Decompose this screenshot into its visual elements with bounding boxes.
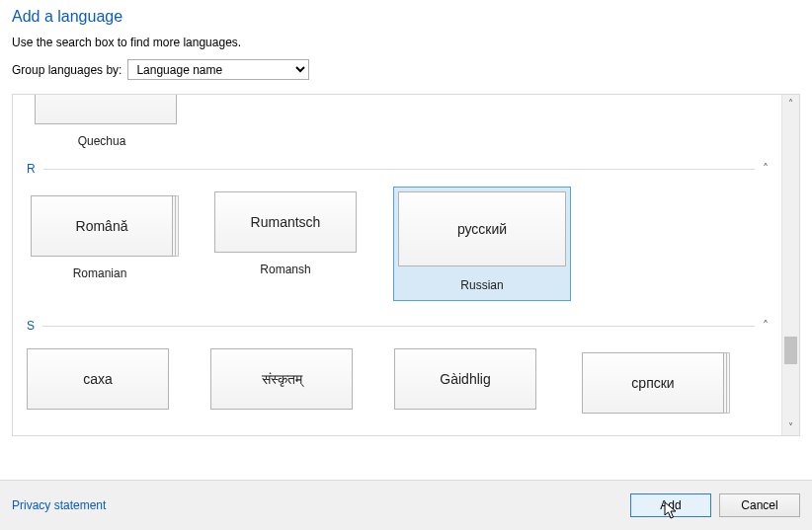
language-native: српски [631, 375, 674, 391]
vertical-scrollbar[interactable]: ˄ ˅ [781, 95, 799, 435]
tiles-row-s: саха संस्कृतम् Gàidhlig српски [27, 337, 769, 417]
language-caption: Romansh [214, 263, 357, 276]
language-native: русский [457, 221, 507, 237]
language-tile-romanian[interactable]: Română Romanian [27, 191, 173, 301]
language-caption: Russian [398, 278, 566, 292]
language-list-pane: Quechua R ˄ Română Romanian [12, 94, 800, 436]
add-button[interactable]: Add [630, 493, 711, 517]
add-language-dialog: Add a language Use the search box to fin… [0, 0, 812, 530]
dialog-footer: Privacy statement Add Cancel [0, 480, 812, 530]
privacy-link[interactable]: Privacy statement [12, 498, 106, 512]
page-title: Add a language [12, 8, 800, 26]
section-letter: R [27, 162, 43, 176]
dialog-header: Add a language Use the search box to fin… [0, 0, 812, 94]
tiles-row-r: Română Romanian Rumantsch Romansh русски… [27, 180, 769, 305]
language-list-container: Quechua R ˄ Română Romanian [12, 94, 800, 436]
section-rule [43, 169, 755, 170]
chevron-up-icon: ˄ [755, 162, 769, 176]
language-native: саха [83, 371, 112, 387]
language-caption: Romanian [27, 266, 173, 280]
language-tile-sakha[interactable]: саха [27, 348, 169, 414]
scrollbar-thumb[interactable] [784, 337, 797, 364]
language-tile-sanskrit[interactable]: संस्कृतम् [210, 348, 353, 414]
scrollbar-track[interactable] [782, 112, 799, 418]
language-tile-russian[interactable]: русский Russian [398, 191, 566, 301]
section-header-s[interactable]: S ˄ [27, 319, 769, 333]
section-rule [42, 326, 755, 327]
group-by-label: Group languages by: [12, 63, 122, 77]
cancel-button[interactable]: Cancel [719, 493, 800, 517]
chevron-down-icon: ˅ [788, 421, 793, 432]
language-tile-romansh[interactable]: Rumantsch Romansh [214, 191, 357, 301]
scroll-down-button[interactable]: ˅ [782, 418, 799, 435]
selection-highlight: русский Russian [393, 187, 571, 301]
chevron-up-icon: ˄ [788, 98, 793, 109]
chevron-up-icon: ˄ [755, 319, 769, 333]
language-caption: Quechua [27, 134, 177, 148]
language-native: संस्कृतम् [262, 371, 302, 388]
language-native: Gàidhlig [440, 371, 490, 387]
language-tile-serbian[interactable]: српски [578, 348, 724, 414]
scroll-up-button[interactable]: ˄ [782, 95, 799, 112]
language-list-content: Quechua R ˄ Română Romanian [13, 95, 782, 435]
search-hint: Use the search box to find more language… [12, 36, 800, 49]
language-tile-quechua[interactable] [31, 95, 177, 124]
language-tile-gaelic[interactable]: Gàidhlig [394, 348, 536, 414]
section-letter: S [27, 319, 42, 333]
language-native: Română [76, 218, 128, 234]
group-by-select[interactable]: Language name [127, 59, 309, 80]
group-by-row: Group languages by: Language name [12, 59, 800, 80]
section-header-r[interactable]: R ˄ [27, 162, 769, 176]
language-native: Rumantsch [251, 214, 321, 230]
